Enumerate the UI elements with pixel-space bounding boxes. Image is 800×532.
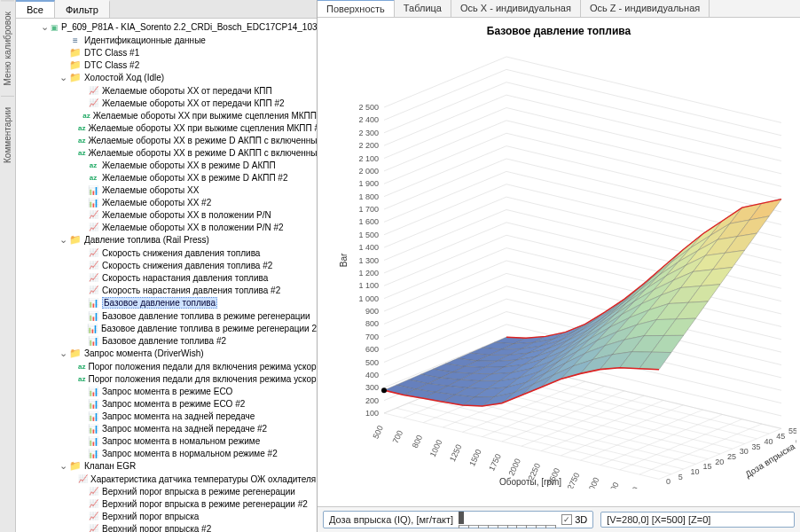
tree-item[interactable]: 📈Верхний порог впрыска [16,510,317,522]
tree-item[interactable]: 📊Базовое давление топлива в режиме реген… [16,309,317,322]
tree-item[interactable]: 📈Желаемые обороты XX от передачи КПП [16,84,317,97]
tree-item[interactable]: 📊Желаемые обороты XX #2 [16,196,317,208]
tree-item[interactable]: аzПорог положения педали для включения р… [16,372,317,385]
tree-item[interactable]: 📊Запрос момента в номальном режиме [16,434,317,447]
svg-text:20: 20 [715,458,724,466]
tree-item[interactable]: 📈Желаемые обороты XX в положении P/N #2 [16,221,317,233]
m3d-icon: 📊 [87,197,99,207]
svg-text:1750: 1750 [487,452,503,472]
tree-item-label: Запрос момента в номальном режиме [102,436,260,446]
tree-item[interactable]: 📊Базовое давление топлива [16,296,317,309]
status-readout: [V=280,0] [X=500] [Z=0] [600,512,795,528]
tree-item[interactable]: 📊Запрос момента в нормальном режиме #2 [16,447,317,459]
file-icon: ▣ [51,22,59,33]
tree-twisty-icon[interactable]: ⌄ [59,72,67,83]
tab-surface[interactable]: Поверхность [318,0,395,17]
svg-text:800: 800 [411,434,424,450]
tree-item[interactable]: 📈Верхний порог впрыска #2 [16,522,317,532]
tab-axis-z[interactable]: Ось Z - индивидуальная [581,0,710,17]
tree-item[interactable]: аzПорог положения педали для включения р… [16,360,317,372]
iq-slider[interactable] [459,513,556,526]
c2d-icon: 📈 [87,511,99,521]
c2d-icon: 📈 [87,272,99,283]
tree-item[interactable]: ≡Идентификационные данные [16,34,317,46]
az-icon: аz [78,147,85,158]
tree-item[interactable]: 📊Запрос момента в режиме ECO #2 [16,397,317,410]
tree-twisty-icon[interactable]: ⌄ [41,21,49,33]
tree-item[interactable]: аzЖелаемые обороты XX в режиме D АКПП #2 [16,171,317,184]
tree-item[interactable]: 📊Желаемые обороты XX [16,184,317,196]
folder-icon: 📁 [69,235,82,246]
svg-text:400: 400 [365,371,379,379]
tree-item[interactable]: аzЖелаемые обороты XX при выжиме сцеплен… [16,109,317,121]
checkbox-3d[interactable]: ✓ 3D [561,514,587,525]
svg-text:1 900: 1 900 [358,179,379,188]
tree-item-label: Желаемые обороты XX в режиме D АКПП [102,160,276,170]
vtab-calibrations[interactable]: Меню калибровок [1,0,14,96]
tree-item[interactable]: 📈Скорость нарастания давления топлива #2 [16,284,317,296]
c2d-icon: 📈 [87,498,99,509]
tree-item-label: Порог положения педали для включения реж… [88,362,317,372]
tree-tab-all[interactable]: Все [16,0,55,18]
svg-text:700: 700 [365,332,379,341]
tree-twisty-icon[interactable]: ⌄ [59,348,67,359]
svg-text:45: 45 [776,432,785,441]
svg-text:1 000: 1 000 [358,294,379,303]
surface-chart[interactable]: 1002003004005006007008009001 0001 1001 2… [318,41,800,506]
vtab-comments[interactable]: Комментарии [1,96,14,174]
tree-item[interactable]: 📈Верхний порог впрыска в режиме регенера… [16,497,317,510]
tree-item[interactable]: 📁DTC Class #1 [16,46,317,59]
svg-text:1 500: 1 500 [358,231,379,239]
tree-item[interactable]: 📈Верхний порог впрыска в режиме регенера… [16,485,317,497]
svg-text:1 600: 1 600 [358,217,379,226]
svg-text:800: 800 [365,319,379,328]
tab-table[interactable]: Таблица [395,0,451,17]
tree-item[interactable]: ⌄📁Запрос момента (DriverWish) [16,347,317,360]
tree-item-label: P_609_P81A - KIA_Sorento 2.2_CRDi_Bosch_… [61,22,317,32]
tree-item-label: Давление топлива (Rail Press) [84,235,209,245]
tree-item[interactable]: 📊Запрос момента на задней передаче [16,410,317,422]
tree-item-label: Желаемые обороты XX [102,185,199,195]
az-icon: аz [78,361,85,372]
tab-axis-x[interactable]: Ось X - индивидуальная [451,0,581,17]
tree-item[interactable]: ⌄▣P_609_P81A - KIA_Sorento 2.2_CRDi_Bosc… [16,20,317,34]
tree-item[interactable]: аzЖелаемые обороты XX в режиме D АКПП [16,159,317,171]
tree-item[interactable]: ⌄📁Клапан EGR [16,459,317,473]
tree-item-label: Идентификационные данные [84,35,206,45]
tree-item[interactable]: 📊Запрос момента в режиме ECO [16,385,317,397]
tree-item[interactable]: 📊Базовое давление топлива в режиме реген… [16,322,317,334]
tree-item[interactable]: аzЖелаемые обороты XX в режиме D АКПП с … [16,146,317,159]
tree-item[interactable]: 📈Скорость снижения давления топлива #2 [16,259,317,271]
checkbox-3d-label: 3D [575,514,587,525]
tree-twisty-icon[interactable]: ⌄ [59,460,67,472]
tree-item-label: Порог положения педали для включения реж… [88,374,317,384]
tree-item[interactable]: 📁DTC Class #2 [16,59,317,71]
tree-item-label: Базовое давление топлива #2 [102,336,226,346]
svg-text:500: 500 [365,358,379,367]
tree-item[interactable]: 📈Желаемые обороты XX от передачи КПП #2 [16,97,317,109]
folder-icon: 📁 [69,348,82,359]
tree-item[interactable]: 📈Характеристика датчика температуры ОЖ о… [16,473,317,485]
m3d-icon: 📊 [87,310,99,321]
tree-item[interactable]: 📊Запрос момента на задней передаче #2 [16,422,317,434]
tree-item[interactable]: аzЖелаемые обороты XX в режиме D АКПП с … [16,134,317,146]
svg-text:3800: 3800 [605,481,621,489]
svg-text:55: 55 [788,426,796,435]
tree-tab-filter[interactable]: Фильтр [55,0,110,18]
tree-item[interactable]: 📊Базовое давление топлива #2 [16,334,317,347]
svg-text:25: 25 [727,452,736,461]
c2d-icon: 📈 [78,473,88,484]
tree-twisty-icon[interactable]: ⌄ [59,234,67,246]
svg-text:1 400: 1 400 [358,243,379,252]
svg-text:1 800: 1 800 [358,192,379,201]
tree-item[interactable]: ⌄📁Давление топлива (Rail Press) [16,233,317,246]
calibration-tree[interactable]: ⌄▣P_609_P81A - KIA_Sorento 2.2_CRDi_Bosc… [16,19,317,532]
svg-text:10: 10 [691,467,700,476]
tree-item[interactable]: 📈Желаемые обороты XX в положении P/N [16,208,317,221]
tree-item[interactable]: аzЖелаемые обороты XX при выжиме сцеплен… [16,121,317,134]
tree-item[interactable]: ⌄📁Холостой Ход (Idle) [16,71,317,84]
svg-text:700: 700 [391,429,404,445]
tree-item[interactable]: 📈Скорость снижения давления топлива [16,246,317,259]
tree-item[interactable]: 📈Скорость нарастания давления топлива [16,271,317,284]
svg-text:4000: 4000 [624,486,640,489]
